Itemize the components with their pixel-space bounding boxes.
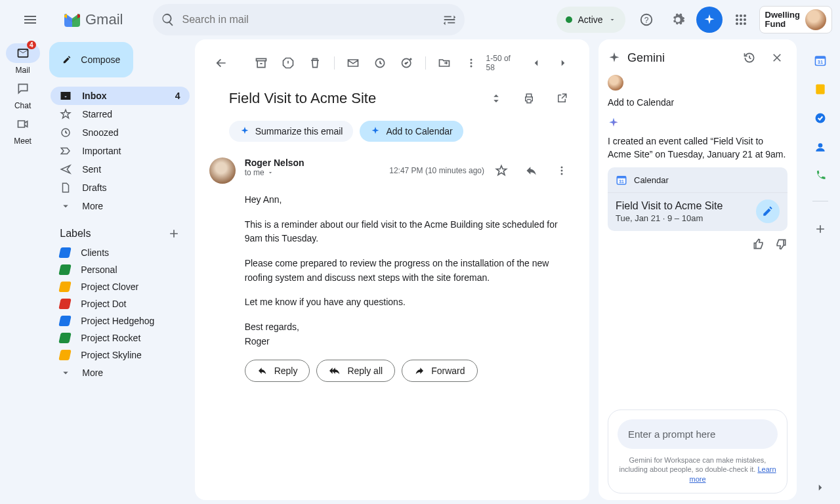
account-chip[interactable]: Dwelling Fund: [759, 6, 832, 33]
rail-meet[interactable]: Meet: [6, 114, 40, 146]
send-icon: [60, 163, 72, 175]
expand-collapse-button[interactable]: [483, 85, 509, 112]
reply-all-button[interactable]: Reply all: [316, 360, 395, 382]
open-new-button[interactable]: [549, 85, 575, 112]
summarize-chip[interactable]: Summarize this email: [229, 121, 354, 142]
prev-page-button[interactable]: [524, 50, 548, 76]
open-in-new-icon: [556, 93, 568, 104]
label-swatch: [59, 247, 72, 258]
reply-icon: [257, 366, 268, 376]
plus-icon[interactable]: [167, 227, 180, 240]
label-swatch: [59, 333, 72, 343]
sidebar-item-starred[interactable]: Starred: [51, 105, 189, 123]
more-vert-icon: [465, 56, 478, 70]
compose-button[interactable]: Compose: [49, 42, 133, 77]
thumbs-down-icon[interactable]: [774, 238, 788, 251]
apps-grid-icon: [735, 14, 747, 26]
plus-icon[interactable]: [814, 222, 827, 236]
move-button[interactable]: [432, 50, 457, 76]
spam-button[interactable]: [276, 50, 301, 76]
clock-icon: [60, 127, 72, 138]
thumbs-up-icon[interactable]: [752, 238, 765, 251]
label-item[interactable]: Project Dot: [51, 295, 189, 312]
archive-icon: [255, 56, 268, 70]
next-page-button[interactable]: [551, 50, 575, 76]
svg-point-6: [740, 18, 742, 21]
app-rail: 4 Mail Chat Meet: [0, 39, 45, 504]
body-para: This is a reminder about our field visit…: [245, 218, 575, 246]
history-button[interactable]: [739, 47, 760, 68]
close-button[interactable]: [766, 47, 788, 68]
chevron-right-icon: [814, 482, 826, 494]
edit-event-button[interactable]: [756, 200, 780, 223]
inbox-icon: [60, 90, 72, 102]
sidebar-item-more[interactable]: More: [51, 197, 189, 215]
mark-unread-button[interactable]: [341, 50, 365, 76]
svg-point-17: [561, 167, 563, 169]
svg-point-14: [471, 59, 472, 61]
archive-button[interactable]: [249, 50, 274, 76]
labels-more[interactable]: More: [51, 364, 189, 382]
svg-text:31: 31: [619, 179, 624, 184]
tasks-icon[interactable]: [814, 112, 827, 125]
prompt-input[interactable]: Enter a prompt here: [618, 419, 778, 449]
collapse-rail-button[interactable]: [814, 482, 826, 494]
card-event-title: Field Visit to Acme Site: [616, 200, 723, 212]
add-task-button[interactable]: [394, 50, 419, 76]
reply-button[interactable]: Reply: [245, 360, 310, 382]
support-button[interactable]: ?: [633, 7, 660, 33]
print-button[interactable]: [516, 85, 542, 112]
gmail-logo[interactable]: Gmail: [63, 11, 123, 28]
rail-mail[interactable]: 4 Mail: [6, 43, 40, 75]
voice-icon[interactable]: [814, 169, 827, 182]
sidebar-item-inbox[interactable]: Inbox 4: [51, 87, 189, 105]
delete-button[interactable]: [303, 50, 327, 76]
label-item[interactable]: Project Skyline: [51, 346, 189, 364]
folder-move-icon: [438, 56, 451, 70]
to-line[interactable]: to me: [245, 168, 381, 177]
label-item[interactable]: Project Hedgehog: [51, 312, 189, 329]
rail-chat[interactable]: Chat: [6, 79, 40, 110]
label-item[interactable]: Clients: [51, 244, 189, 261]
keep-icon[interactable]: [814, 83, 827, 96]
body-para: Hey Ann,: [245, 193, 575, 207]
sidebar-item-snoozed[interactable]: Snoozed: [51, 123, 189, 142]
search-bar[interactable]: [153, 4, 465, 35]
email-panel: 1-50 of 58 Field Visit to Acme Site Summ…: [195, 39, 589, 500]
sidebar-item-sent[interactable]: Sent: [51, 160, 189, 178]
compose-label: Compose: [81, 54, 120, 65]
envelope-icon: [346, 56, 360, 70]
more-button[interactable]: [459, 50, 484, 76]
label-item[interactable]: Personal: [51, 261, 189, 278]
email-time: 12:47 PM (10 minutes ago): [389, 166, 484, 175]
gear-icon: [671, 12, 685, 27]
search-options-icon[interactable]: [442, 12, 457, 27]
settings-button[interactable]: [665, 7, 691, 33]
card-event-time: Tue, Jan 21 · 9 – 10am: [616, 213, 723, 223]
sidebar-item-important[interactable]: Important: [51, 142, 189, 160]
status-dropdown[interactable]: Active: [556, 7, 625, 33]
back-button[interactable]: [209, 50, 234, 76]
gemini-button[interactable]: [696, 7, 723, 33]
add-to-calendar-chip[interactable]: Add to Calendar: [360, 121, 463, 142]
main-menu-button[interactable]: [14, 4, 46, 35]
label-item[interactable]: Project Rocket: [51, 329, 189, 346]
gemini-title: Gemini: [627, 51, 732, 65]
sidebar-item-drafts[interactable]: Drafts: [51, 178, 189, 197]
contacts-icon[interactable]: [814, 140, 827, 154]
label-item[interactable]: Project Clover: [51, 278, 189, 295]
svg-point-10: [744, 22, 746, 25]
forward-button[interactable]: Forward: [402, 360, 477, 382]
snooze-button[interactable]: [368, 50, 392, 76]
star-button[interactable]: [488, 158, 514, 184]
search-input[interactable]: [182, 14, 436, 26]
apps-button[interactable]: [728, 7, 754, 33]
message-more-button[interactable]: [549, 158, 575, 184]
calendar-icon[interactable]: 31: [814, 54, 827, 67]
sidebar-item-label: Sent: [82, 164, 101, 175]
label-text: Project Dot: [81, 299, 126, 309]
reply-icon-button[interactable]: [518, 158, 545, 184]
meet-icon: [16, 117, 30, 131]
svg-point-9: [740, 22, 742, 25]
unfold-icon: [490, 93, 502, 104]
